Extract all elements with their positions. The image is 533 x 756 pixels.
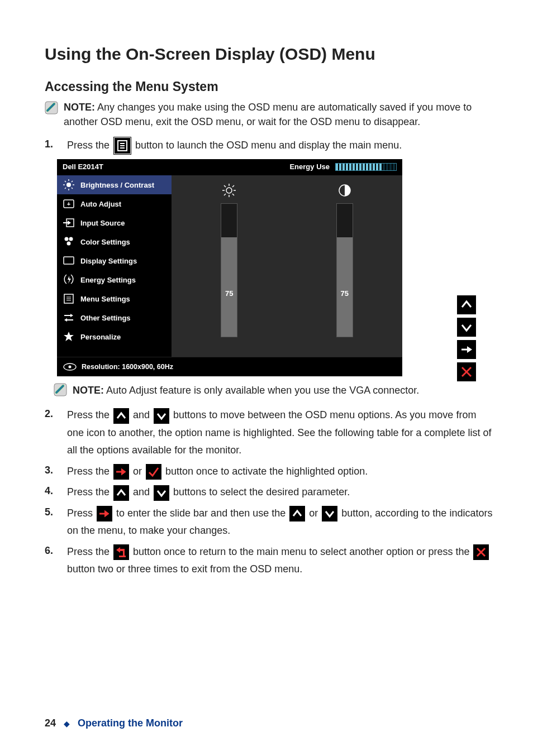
nav-up-button[interactable]	[457, 295, 476, 314]
step-4-text: Press the and buttons to select the desi…	[67, 484, 494, 501]
energy-use-label: Energy Use	[289, 162, 330, 171]
step-number: 1.	[45, 137, 59, 155]
page-title: Using the On-Screen Display (OSD) Menu	[45, 45, 494, 64]
energy-settings-icon	[63, 274, 75, 285]
brightness-icon	[63, 179, 75, 190]
section-title: Operating the Monitor	[78, 717, 183, 729]
nav-down-button[interactable]	[457, 318, 476, 337]
enter-button-icon	[97, 506, 112, 521]
osd-item-brightness[interactable]: Brightness / Contrast	[57, 175, 172, 194]
brightness-large-icon	[222, 183, 236, 198]
step-2-text: Press the and buttons to move between th…	[67, 406, 494, 460]
brightness-slider[interactable]: 75	[172, 175, 287, 357]
osd-item-other-settings[interactable]: Other Settings	[57, 308, 172, 327]
up-button-icon	[113, 408, 129, 424]
step-number: 4.	[45, 484, 59, 501]
note-icon	[54, 383, 67, 399]
step-5-text: Press to enter the slide bar and then us…	[67, 505, 494, 540]
step-number: 5.	[45, 505, 59, 540]
step-number: 6.	[45, 543, 59, 578]
down-button-icon	[154, 408, 169, 424]
note-text: Auto Adjust feature is only available wh…	[104, 385, 419, 396]
menu-settings-icon	[63, 293, 75, 304]
footer-separator-icon: ◆	[64, 719, 70, 728]
input-source-icon	[63, 217, 75, 228]
step-3-text: Press the or button once to activate the…	[67, 463, 494, 481]
osd-side-buttons	[457, 295, 476, 381]
up-button-icon	[113, 485, 129, 501]
display-settings-icon	[63, 255, 75, 266]
energy-use-bar	[335, 163, 397, 171]
down-button-icon	[322, 506, 337, 521]
up-button-icon	[289, 506, 305, 521]
osd-item-display-settings[interactable]: Display Settings	[57, 251, 172, 270]
exit-button-icon	[473, 544, 489, 560]
ok-button-icon	[146, 464, 161, 480]
contrast-slider[interactable]: 75	[287, 175, 403, 357]
osd-menu-list: Brightness / Contrast Auto Adjust Input …	[57, 175, 172, 357]
note-icon	[45, 100, 58, 129]
osd-item-energy-settings[interactable]: Energy Settings	[57, 270, 172, 289]
osd-model: Dell E2014T	[63, 162, 103, 171]
down-button-icon	[154, 485, 169, 501]
back-button-icon	[113, 544, 129, 560]
brightness-value: 75	[225, 289, 233, 298]
step-1-text: Press the button to launch the OSD menu …	[67, 137, 494, 155]
auto-adjust-icon	[63, 198, 75, 209]
resolution-icon	[63, 362, 77, 372]
note-auto-adjust: NOTE: Auto Adjust feature is only availa…	[54, 383, 494, 399]
osd-resolution: Resolution: 1600x900, 60Hz	[82, 363, 173, 371]
nav-exit-button[interactable]	[457, 362, 476, 381]
other-settings-icon	[63, 312, 75, 323]
contrast-large-icon	[337, 183, 352, 198]
nav-enter-button[interactable]	[457, 340, 476, 359]
page-subtitle: Accessing the Menu System	[45, 79, 494, 94]
note-autosave: NOTE: Any changes you make using the OSD…	[45, 100, 494, 129]
step-6-text: Press the button once to return to the m…	[67, 543, 494, 578]
osd-item-input-source[interactable]: Input Source	[57, 213, 172, 232]
color-settings-icon	[63, 236, 75, 247]
enter-button-icon	[113, 464, 129, 480]
step-number: 3.	[45, 463, 59, 481]
contrast-value: 75	[341, 289, 349, 298]
note-text: Any changes you make using the OSD menu …	[64, 102, 472, 127]
personalize-icon	[63, 331, 75, 342]
osd-item-auto-adjust[interactable]: Auto Adjust	[57, 194, 172, 213]
page-footer: 24 ◆ Operating the Monitor	[45, 717, 183, 729]
osd-item-color-settings[interactable]: Color Settings	[57, 232, 172, 251]
page-number: 24	[45, 717, 56, 729]
osd-screenshot: Dell E2014T Energy Use Brightness / Cont…	[57, 159, 442, 376]
note-label: NOTE:	[64, 102, 95, 113]
step-number: 2.	[45, 406, 59, 460]
osd-item-menu-settings[interactable]: Menu Settings	[57, 289, 172, 308]
osd-item-personalize[interactable]: Personalize	[57, 327, 172, 346]
menu-button-icon	[113, 137, 131, 155]
note-label: NOTE:	[73, 385, 104, 396]
